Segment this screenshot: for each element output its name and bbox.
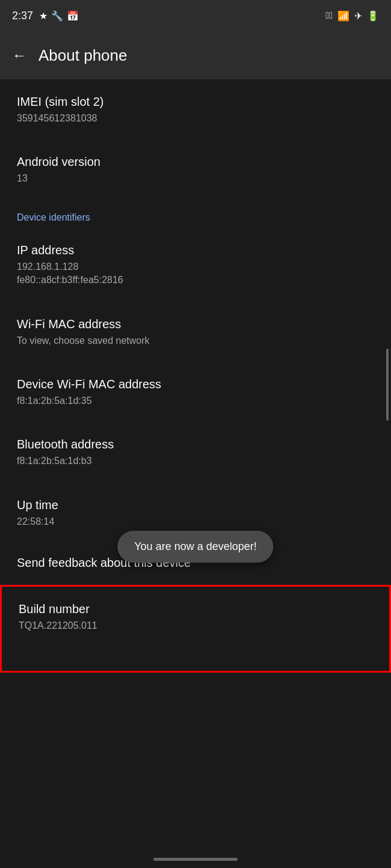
android-version-value: 13 [17,172,374,185]
app-bar: ← About phone [0,31,391,79]
wifi-mac-item[interactable]: Wi-Fi MAC address To view, choose saved … [0,302,391,362]
status-bar: 2:37 ★ 🔧 📅 🔔⃠ 📶 ✈ 🔋 [0,0,391,31]
back-button[interactable]: ← [12,47,26,64]
imei-sim2-title: IMEI (sim slot 2) [17,94,374,109]
developer-toast: You are now a developer! [117,531,273,563]
mute-icon: 🔔⃠ [325,10,333,21]
android-version-title: Android version [17,154,374,170]
wrench-icon: 🔧 [51,10,63,22]
content-area: IMEI (sim slot 2) 359145612381038 Androi… [0,79,391,673]
airplane-icon: ✈ [354,10,362,22]
uptime-title: Up time [17,497,374,513]
page-title: About phone [38,46,127,65]
ip-address-title: IP address [17,242,374,258]
build-number-item[interactable]: Build number TQ1A.221205.011 [2,587,389,671]
wifi-mac-value: To view, choose saved network [17,334,374,347]
device-wifi-mac-item[interactable]: Device Wi-Fi MAC address f8:1a:2b:5a:1d:… [0,362,391,422]
bluetooth-icon: ★ [39,10,48,22]
device-identifiers-header: Device identifiers [0,200,391,228]
ip-address-value1: 192.168.1.128 [17,260,374,274]
status-time: 2:37 [12,10,33,22]
imei-sim2-value: 359145612381038 [17,112,374,125]
wifi-mac-title: Wi-Fi MAC address [17,316,374,332]
battery-icon: 🔋 [367,10,379,22]
nav-indicator [153,858,238,861]
status-icons-left: ★ 🔧 📅 [39,10,79,22]
android-version-item[interactable]: Android version 13 [0,139,391,200]
status-icons-right: 🔔⃠ 📶 ✈ 🔋 [325,10,379,22]
scrollbar[interactable] [386,349,389,421]
build-number-value: TQ1A.221205.011 [19,619,372,632]
ip-address-value2: fe80::a8cf:b3ff:fea5:2816 [17,274,374,287]
build-number-highlighted-section: You are now a developer! Build number TQ… [0,585,391,673]
calendar-icon: 📅 [67,10,79,22]
toast-message: You are now a developer! [134,540,256,552]
bluetooth-address-item[interactable]: Bluetooth address f8:1a:2b:5a:1d:b3 [0,422,391,482]
wifi-icon: 📶 [337,10,349,22]
device-wifi-mac-value: f8:1a:2b:5a:1d:35 [17,394,374,408]
section-header-label: Device identifiers [17,212,90,222]
status-left: 2:37 ★ 🔧 📅 [12,10,79,22]
bluetooth-address-value: f8:1a:2b:5a:1d:b3 [17,454,374,468]
imei-sim2-item[interactable]: IMEI (sim slot 2) 359145612381038 [0,79,391,139]
bluetooth-address-title: Bluetooth address [17,436,374,452]
device-wifi-mac-title: Device Wi-Fi MAC address [17,376,374,392]
ip-address-item[interactable]: IP address 192.168.1.128 fe80::a8cf:b3ff… [0,228,391,302]
build-number-title: Build number [19,601,372,617]
uptime-value: 22:58:14 [17,515,374,528]
